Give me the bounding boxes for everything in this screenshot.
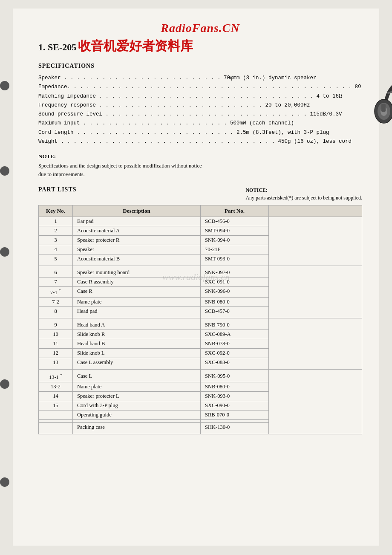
extra-3 — [269, 318, 362, 370]
spec-maxinput: Maximum input . . . . . . . . . . . . . … — [38, 119, 361, 128]
desc-13: Case L assembly — [73, 358, 201, 370]
svg-rect-6 — [381, 104, 386, 112]
key-71: 7-1 * — [39, 287, 73, 298]
part-3: SNK-094-0 — [201, 236, 269, 245]
note-text: Specifications and the design subject to… — [38, 162, 362, 179]
key-4: 4 — [39, 245, 73, 254]
part-2: SMT-094-0 — [201, 226, 269, 236]
part-71: SNK-096-0 — [201, 287, 269, 298]
key-14: 14 — [39, 392, 73, 401]
desc-11: Head band B — [73, 339, 201, 349]
headphone-image — [370, 74, 392, 142]
key-15: 15 — [39, 401, 73, 410]
notice-text: Any parts asterisked(*) are subject to b… — [245, 194, 362, 202]
part-6: SNK-097-0 — [201, 266, 269, 278]
brand-name: RadioFans.CN — [38, 21, 362, 35]
margin-circle-1 — [0, 81, 9, 90]
spec-cord: Cord length . . . . . . . . . . . . . . … — [38, 128, 361, 137]
table-row: 1 Ear pad SCD-456-0 — [39, 217, 362, 226]
desc-8: Head pad — [73, 307, 201, 318]
spec-freq: Frequency response . . . . . . . . . . .… — [38, 101, 361, 110]
parts-table: Key No. Description Part No. 1 Ear pad S… — [38, 205, 362, 434]
spec-matching: Matching impedance . . . . . . . . . . .… — [38, 92, 361, 101]
margin-circle-5 — [0, 477, 9, 487]
key-7: 7 — [39, 278, 73, 287]
extra-2 — [269, 266, 362, 318]
spec-weight: Weight . . . . . . . . . . . . . . . . .… — [38, 137, 361, 146]
key-2: 2 — [39, 226, 73, 236]
desc-12: Slide knob L — [73, 349, 201, 358]
desc-og: Operating guide — [73, 410, 201, 420]
spec-speaker: Speaker . . . . . . . . . . . . . . . . … — [38, 74, 361, 83]
key-10: 10 — [39, 330, 73, 339]
model-line: 1. SE-205 收音机爱好者资料库 — [38, 38, 362, 55]
part-lists-title: PART LISTS — [38, 186, 77, 193]
key-6: 6 — [39, 266, 73, 278]
part-blank — [201, 420, 269, 423]
key-9: 9 — [39, 318, 73, 330]
margin-circle-4 — [0, 379, 9, 389]
part-10: SXC-089-A — [201, 330, 269, 339]
key-132: 13-2 — [39, 382, 73, 392]
margin-circle-3 — [0, 247, 9, 257]
desc-7: Case R assembly — [73, 278, 201, 287]
desc-14: Speaker protecter L — [73, 392, 201, 401]
desc-9: Head band A — [73, 318, 201, 330]
specs-text: Speaker . . . . . . . . . . . . . . . . … — [38, 74, 361, 146]
part-15: SXC-090-0 — [201, 401, 269, 410]
key-og — [39, 410, 73, 420]
key-packing — [39, 423, 73, 434]
part-14: SNK-093-0 — [201, 392, 269, 401]
key-12: 12 — [39, 349, 73, 358]
key-3: 3 — [39, 236, 73, 245]
desc-132: Name plate — [73, 382, 201, 392]
notice-block: NOTICE: Any parts asterisked(*) are subj… — [245, 186, 362, 202]
table-row: 6 Speaker mounting board SNK-097-0 — [39, 266, 362, 278]
part-8: SCD-457-0 — [201, 307, 269, 318]
key-8: 8 — [39, 307, 73, 318]
part-131: SNK-095-0 — [201, 370, 269, 382]
key-1: 1 — [39, 217, 73, 226]
desc-4: Speaker — [73, 245, 201, 254]
desc-packing: Packing case — [73, 423, 201, 434]
desc-5: Acoustic material B — [73, 254, 201, 266]
part-packing: SHK-130-0 — [201, 423, 269, 434]
specs-title: SPECIFICATIONS — [38, 63, 362, 69]
desc-15: Cord with 3-P plug — [73, 401, 201, 410]
desc-6: Speaker mounting board — [73, 266, 201, 278]
spec-spl: Sound pressure level . . . . . . . . . .… — [38, 110, 361, 119]
page: RadioFans.CN 1. SE-205 收音机爱好者资料库 SPECIFI… — [13, 9, 379, 546]
part-5: SMT-093-0 — [201, 254, 269, 266]
brand-subtitle: 收音机爱好者资料库 — [78, 38, 193, 55]
extra-4 — [269, 370, 362, 434]
table-row: 13-1 * Case L SNK-095-0 — [39, 370, 362, 382]
spec-impedance: Impedance. . . . . . . . . . . . . . . .… — [38, 83, 361, 92]
specs-area: Speaker . . . . . . . . . . . . . . . . … — [38, 74, 362, 146]
key-72: 7-2 — [39, 298, 73, 307]
desc-blank — [73, 420, 201, 423]
part-7: SXC-091-0 — [201, 278, 269, 287]
part-132: SNB-080-0 — [201, 382, 269, 392]
part-12: SXC-092-0 — [201, 349, 269, 358]
col-description: Description — [73, 205, 201, 217]
part-13: SXC-088-0 — [201, 358, 269, 370]
desc-71: Case R — [73, 287, 201, 298]
desc-72: Name plate — [73, 298, 201, 307]
desc-2: Acoustic material A — [73, 226, 201, 236]
part-4: 70-21F — [201, 245, 269, 254]
key-11: 11 — [39, 339, 73, 349]
key-13: 13 — [39, 358, 73, 370]
desc-3: Speaker protecter R — [73, 236, 201, 245]
key-131: 13-1 * — [39, 370, 73, 382]
notice-title: NOTICE: — [245, 186, 362, 194]
col-extra — [269, 205, 362, 217]
desc-10: Slide knob R — [73, 330, 201, 339]
col-partno: Part No. — [201, 205, 269, 217]
note-section: NOTE: Specifications and the design subj… — [38, 153, 362, 179]
part-og: SRB-070-0 — [201, 410, 269, 420]
extra-1 — [269, 217, 362, 266]
part-11: SNB-078-0 — [201, 339, 269, 349]
part-9: SNB-790-0 — [201, 318, 269, 330]
part-1: SCD-456-0 — [201, 217, 269, 226]
col-keyno: Key No. — [39, 205, 73, 217]
